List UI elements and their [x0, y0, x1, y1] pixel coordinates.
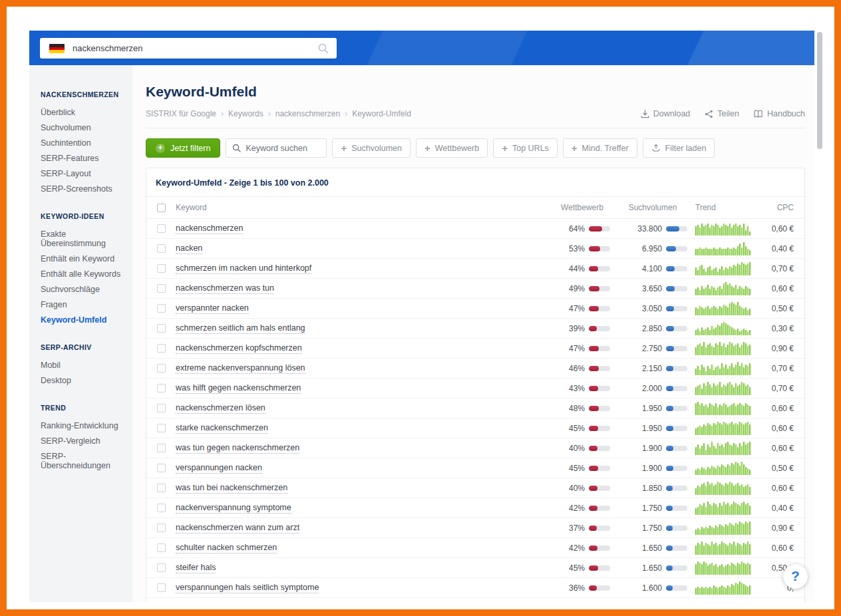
table-row: schmerzen im nacken und hinterkopf 44% 4…	[146, 259, 804, 279]
filter-suchvolumen-button[interactable]: +Suchvolumen	[332, 138, 411, 158]
sidebar-item-keyword-umfeld[interactable]: Keyword-Umfeld	[41, 312, 127, 327]
help-button[interactable]: ?	[783, 564, 808, 589]
sidebar-item-exakte-übereinstimmung[interactable]: Exakte Übereinstimmung	[41, 226, 127, 251]
row-checkbox[interactable]	[157, 424, 166, 432]
filter-top-urls-button[interactable]: +Top URLs	[493, 138, 558, 158]
row-checkbox[interactable]	[157, 563, 166, 572]
share-button[interactable]: Teilen	[705, 109, 739, 118]
keyword-link[interactable]: steifer hals	[176, 563, 216, 573]
row-checkbox[interactable]	[157, 583, 166, 592]
german-flag-icon[interactable]	[49, 44, 65, 53]
trend-sparkline	[691, 281, 755, 295]
sidebar-item-serp-überschneidungen[interactable]: SERP-Überschneidungen	[41, 448, 127, 473]
row-checkbox[interactable]	[157, 384, 166, 392]
row-checkbox[interactable]	[157, 304, 166, 313]
row-checkbox[interactable]	[157, 224, 166, 233]
row-checkbox[interactable]	[157, 284, 166, 293]
sidebar-item-überblick[interactable]: Überblick	[41, 104, 127, 120]
sidebar-item-serp-features[interactable]: SERP-Features	[41, 150, 127, 166]
column-header-cpc[interactable]: CPC	[755, 203, 794, 212]
keyword-link[interactable]: nackenschmerzen was tun	[176, 283, 274, 294]
keyword-link[interactable]: nackenschmerzen wann zum arzt	[176, 523, 299, 534]
scrollbar-thumb[interactable]	[817, 32, 822, 149]
row-checkbox[interactable]	[157, 324, 166, 333]
table-row: kopfschmerzen durch nacken 35% 1.400 0,7…	[146, 598, 804, 602]
cpc-value: 0,70 €	[755, 264, 794, 273]
search-icon[interactable]	[318, 43, 329, 54]
filter-keyword-input[interactable]	[246, 144, 326, 153]
row-checkbox[interactable]	[157, 244, 166, 253]
sidebar-item-suchintention[interactable]: Suchintention	[41, 135, 127, 150]
sidebar-item-enthält-alle-keywords[interactable]: Enthält alle Keywords	[41, 266, 127, 281]
keyword-link[interactable]: schulter nacken schmerzen	[176, 543, 277, 553]
share-label: Teilen	[717, 109, 739, 118]
column-header-suchvolumen[interactable]: Suchvolumen	[614, 203, 691, 212]
breadcrumb-item-keyword[interactable]: nackenschmerzen	[275, 109, 340, 118]
row-checkbox[interactable]	[157, 464, 166, 472]
breadcrumb-separator: ›	[345, 109, 347, 118]
column-header-trend[interactable]: Trend	[691, 203, 755, 212]
volume-bar	[666, 406, 687, 411]
column-header-keyword[interactable]: Keyword	[176, 203, 550, 212]
sidebar-item-ranking-entwicklung[interactable]: Ranking-Entwicklung	[41, 418, 127, 433]
keyword-link[interactable]: was tun gegen nackenschmerzen	[176, 443, 299, 454]
filter-mind-treffer-button[interactable]: +Mind. Treffer	[563, 138, 637, 158]
sidebar-item-fragen[interactable]: Fragen	[41, 297, 127, 312]
row-checkbox[interactable]	[157, 264, 166, 273]
sidebar-section: NACKENSCHMERZENÜberblickSuchvolumenSuchi…	[41, 90, 127, 196]
row-checkbox[interactable]	[157, 504, 166, 512]
apply-filter-button[interactable]: + Jetzt filtern	[146, 138, 220, 158]
filter-mind-treffer-label: Mind. Treffer	[582, 144, 629, 153]
filter-laden-button[interactable]: Filter laden	[643, 138, 715, 158]
row-checkbox[interactable]	[157, 344, 166, 353]
row-checkbox[interactable]	[157, 543, 166, 552]
volume-bar	[666, 466, 687, 471]
cpc-value: 0,60 €	[755, 444, 794, 453]
keyword-link[interactable]: nackenschmerzen lösen	[176, 403, 265, 414]
sidebar-item-serp-screenshots[interactable]: SERP-Screenshots	[41, 181, 127, 196]
competition-value: 37%	[550, 524, 585, 533]
row-checkbox[interactable]	[157, 484, 166, 492]
plus-circle-icon: +	[156, 144, 165, 153]
sidebar-item-mobil[interactable]: Mobil	[41, 357, 127, 373]
keyword-link[interactable]: verspannungen hals seitlich symptome	[176, 583, 319, 593]
keyword-link[interactable]: nackenschmerzen kopfschmerzen	[176, 343, 302, 354]
keyword-link[interactable]: schmerzen seitlich am hals entlang	[176, 323, 305, 334]
trend-sparkline	[691, 581, 755, 595]
breadcrumb-item-sistrix[interactable]: SISTRIX für Google	[146, 109, 216, 118]
row-checkbox[interactable]	[157, 404, 166, 412]
row-checkbox[interactable]	[157, 364, 166, 373]
breadcrumb-separator: ›	[268, 109, 271, 118]
keyword-link[interactable]: was hilft gegen nackenschmerzen	[176, 383, 301, 394]
keyword-link[interactable]: starke nackenschmerzen	[176, 423, 268, 434]
row-checkbox[interactable]	[157, 444, 166, 452]
volume-value: 2.850	[614, 324, 662, 333]
volume-value: 3.050	[614, 304, 662, 313]
sidebar-item-suchvolumen[interactable]: Suchvolumen	[41, 120, 127, 135]
breadcrumb-item-keywords[interactable]: Keywords	[228, 109, 263, 118]
keyword-link[interactable]: schmerzen im nacken und hinterkopf	[176, 263, 311, 274]
filter-wettbewerb-button[interactable]: +Wettbewerb	[416, 138, 488, 158]
sidebar-item-enthält-ein-keyword[interactable]: Enthält ein Keyword	[41, 251, 127, 266]
download-icon	[641, 110, 649, 118]
keyword-link[interactable]: verspannter nacken	[176, 303, 249, 314]
keyword-link[interactable]: nackenschmerzen	[176, 224, 243, 234]
sidebar-item-suchvorschläge[interactable]: Suchvorschläge	[41, 281, 127, 297]
keyword-link[interactable]: extreme nackenverspannung lösen	[176, 363, 305, 374]
keyword-link[interactable]: nackenverspannung symptome	[176, 503, 291, 514]
volume-value: 1.750	[614, 524, 662, 533]
sidebar-item-serp-layout[interactable]: SERP-Layout	[41, 166, 127, 181]
keyword-link[interactable]: was tun bei nackenschmerzen	[176, 483, 287, 494]
volume-value: 4.100	[614, 264, 662, 273]
keyword-link[interactable]: nacken	[176, 243, 202, 254]
sidebar-item-desktop[interactable]: Desktop	[41, 373, 127, 388]
select-all-checkbox[interactable]	[157, 204, 166, 212]
sidebar-item-serp-vergleich[interactable]: SERP-Vergleich	[41, 433, 127, 448]
download-button[interactable]: Download	[641, 109, 691, 118]
keyword-link[interactable]: verspannungen nacken	[176, 463, 262, 474]
plus-icon: +	[424, 143, 430, 153]
column-header-wettbewerb[interactable]: Wettbewerb	[550, 203, 614, 212]
keyword-search-input[interactable]	[73, 43, 310, 53]
row-checkbox[interactable]	[157, 524, 166, 532]
handbook-button[interactable]: Handbuch	[754, 109, 805, 118]
